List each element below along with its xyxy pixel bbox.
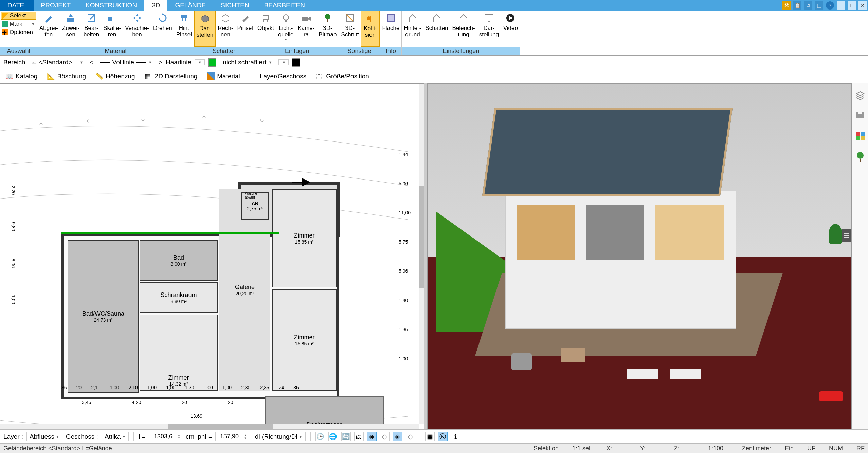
- hohenzug-button[interactable]: 📏Höhenzug: [93, 71, 138, 82]
- clock-icon[interactable]: 🕒: [315, 432, 325, 441]
- 2d-darstellung-button[interactable]: ▦2D Darstellung: [142, 71, 200, 82]
- 3d-render-view[interactable]: [427, 83, 852, 429]
- zuweisen-button[interactable]: Zuwei- sen: [60, 11, 82, 47]
- 3d-bitmap-button[interactable]: 3D- Bitmap: [317, 11, 339, 47]
- 2d-plan-view[interactable]: Bad/WC/Sauna24,73 m² Bad8,00 m² Schrankr…: [0, 83, 424, 429]
- darstellen-button[interactable]: Dar- stellen: [194, 11, 216, 47]
- video-button[interactable]: Video: [501, 11, 520, 47]
- l-input[interactable]: [149, 432, 174, 441]
- globe-icon[interactable]: 🌐: [328, 432, 338, 441]
- grosse-button[interactable]: ⬚Größe/Position: [313, 71, 372, 82]
- menu-tab-konstruktion[interactable]: KONSTRUKTION: [78, 0, 144, 11]
- svg-rect-2: [108, 17, 112, 21]
- arrow-left[interactable]: <: [90, 59, 93, 66]
- flaeche-button[interactable]: Fläche: [380, 11, 401, 47]
- room-zimmer-1[interactable]: Zimmer14,32 m²: [140, 315, 218, 391]
- layer2-icon[interactable]: ◇: [380, 432, 390, 441]
- menu-tab-3d[interactable]: 3D: [144, 0, 167, 11]
- katalog-button[interactable]: 📖Katalog: [3, 71, 40, 82]
- hatch2-select[interactable]: ▼: [278, 59, 289, 65]
- help-icon[interactable]: ?: [826, 1, 834, 10]
- room-schrankraum[interactable]: Schrankraum8,80 m²: [140, 282, 218, 313]
- svg-rect-4: [181, 15, 187, 18]
- hintergrund-button[interactable]: Hinter- grund: [402, 11, 423, 47]
- room-zimmer-2[interactable]: Zimmer15,85 m²: [272, 189, 337, 287]
- north-icon[interactable]: Ⓝ: [438, 432, 448, 441]
- boschung-button[interactable]: 📐Böschung: [44, 71, 89, 82]
- tools-icon[interactable]: 🛠: [782, 1, 791, 10]
- color-swatch-black[interactable]: [292, 58, 300, 67]
- furniture-panel-icon[interactable]: [855, 111, 865, 121]
- vertical-scrollbar[interactable]: [419, 84, 424, 424]
- material-button[interactable]: Material: [204, 71, 243, 82]
- color-swatch-green[interactable]: [208, 58, 216, 67]
- svg-rect-13: [370, 16, 371, 22]
- grid-icon[interactable]: ▦: [425, 432, 435, 441]
- layer-button[interactable]: ☰Layer/Geschoss: [247, 71, 309, 82]
- hatch-select[interactable]: nicht schraffiert▼: [220, 58, 275, 67]
- maximize-button[interactable]: □: [848, 1, 856, 10]
- info-icon[interactable]: ℹ: [451, 432, 460, 441]
- pane-splitter[interactable]: [424, 83, 427, 429]
- mode-select[interactable]: dl (Richtung/Di▼: [252, 432, 306, 441]
- clipboard-icon[interactable]: 📋: [793, 1, 801, 10]
- chevron-down-icon: ▼: [282, 60, 286, 64]
- menu-tab-sichten[interactable]: SICHTEN: [213, 0, 256, 11]
- objekt-button[interactable]: Objekt: [255, 11, 276, 47]
- drehen-button[interactable]: Drehen: [151, 11, 174, 47]
- schatten-button[interactable]: Schatten: [423, 11, 450, 47]
- pinsel-button[interactable]: Pinsel: [235, 11, 255, 47]
- workspace: Bad/WC/Sauna24,73 m² Bad8,00 m² Schrankr…: [0, 83, 868, 429]
- layers-panel-icon[interactable]: [855, 90, 865, 100]
- abgreifen-button[interactable]: Abgrei- fen: [37, 11, 60, 47]
- phi-spinner[interactable]: ▲▼: [244, 434, 249, 440]
- svg-rect-0: [67, 18, 74, 22]
- bearbeiten-button[interactable]: Bear- beiten: [82, 11, 101, 47]
- selekt-button[interactable]: Selekt: [1, 12, 36, 20]
- layer1-icon[interactable]: ◈: [367, 432, 377, 441]
- arrow-right[interactable]: >: [159, 59, 162, 66]
- room-bad-wc-sauna[interactable]: Bad/WC/Sauna24,73 m²: [68, 240, 139, 393]
- l-spinner[interactable]: ▲▼: [178, 434, 182, 440]
- screen-icon[interactable]: 🖥: [804, 1, 812, 10]
- mark-button[interactable]: Mark.▼: [1, 20, 36, 28]
- rechnen-button[interactable]: Rech- nen: [216, 11, 235, 47]
- menu-tab-projekt[interactable]: PROJEKT: [34, 0, 78, 11]
- kollision-button[interactable]: Kolli- sion: [361, 11, 380, 47]
- 3d-schnitt-button[interactable]: 3D- Schnitt: [339, 11, 361, 47]
- optionen-button[interactable]: ✚Optionen: [1, 29, 36, 36]
- linetype-select[interactable]: Volllinie▼: [97, 58, 155, 67]
- cascade-icon[interactable]: 🗂: [354, 432, 364, 441]
- kamera-button[interactable]: Kame- ra: [295, 11, 317, 47]
- drawer-handle[interactable]: [842, 229, 851, 242]
- palette-panel-icon[interactable]: [855, 131, 865, 141]
- view-icon[interactable]: ⬚: [815, 1, 823, 10]
- phi-input[interactable]: [215, 432, 240, 441]
- lichtquelle-button[interactable]: Licht- quelle▼: [276, 11, 295, 47]
- verschieben-button[interactable]: Verschie- ben: [123, 11, 151, 47]
- horizontal-scrollbar[interactable]: [0, 424, 419, 429]
- ribbon-group-einstellungen: Hinter- grund Schatten Beleuch- tung Dar…: [402, 11, 520, 55]
- menu-tab-datei[interactable]: DATEI: [0, 0, 34, 11]
- hin-pinsel-button[interactable]: Hin. Pinsel: [174, 11, 194, 47]
- layer4-icon[interactable]: ◇: [406, 432, 415, 441]
- minimize-button[interactable]: —: [837, 1, 845, 10]
- refresh-icon[interactable]: 🔄: [341, 432, 351, 441]
- geschoss-select[interactable]: Attika▼: [102, 432, 129, 441]
- house2-icon: [431, 12, 442, 24]
- beleuchtung-button[interactable]: Beleuch- tung: [450, 11, 477, 47]
- tree-panel-icon[interactable]: [855, 151, 865, 162]
- bereich-select[interactable]: 🏷<Standard>▼: [29, 58, 86, 67]
- skalieren-button[interactable]: Skalie- ren: [101, 11, 123, 47]
- room-zimmer-3[interactable]: Zimmer15,85 m²: [272, 289, 337, 391]
- room-bad[interactable]: Bad8,00 m²: [140, 240, 218, 281]
- layer3-icon[interactable]: ◈: [393, 432, 402, 441]
- lineweight-select[interactable]: ▼: [195, 59, 205, 65]
- group-label: Einfügen: [255, 47, 339, 55]
- darstellung-button[interactable]: Dar- stellung: [477, 11, 501, 47]
- layer-select[interactable]: Abfluess▼: [26, 432, 62, 441]
- close-button[interactable]: ✕: [858, 1, 867, 10]
- menu-tab-bearbeiten[interactable]: BEARBEITEN: [257, 0, 312, 11]
- menu-tab-gelaende[interactable]: GELÄNDE: [167, 0, 213, 11]
- brush2-icon: [239, 12, 251, 24]
